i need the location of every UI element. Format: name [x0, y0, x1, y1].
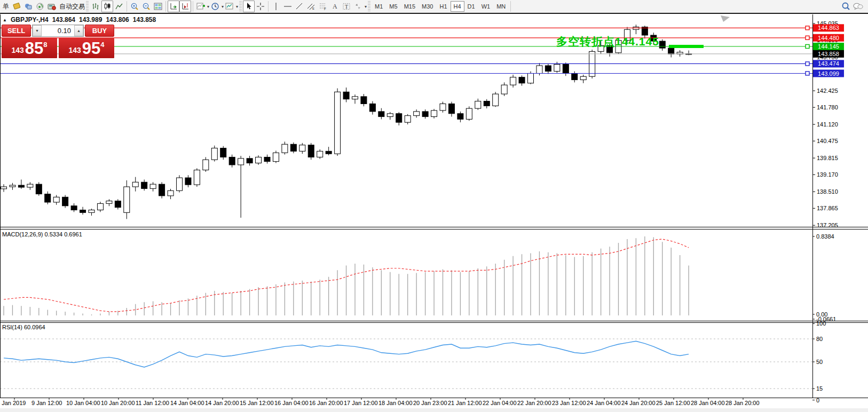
signal-icon[interactable] — [34, 1, 46, 12]
toolbar-group-objects: ▾ ▾ ▾ — [195, 0, 238, 13]
indicators-icon[interactable] — [195, 1, 207, 12]
timeframe-button-d1[interactable]: D1 — [464, 1, 478, 12]
timeframe-button-m30[interactable]: M30 — [419, 1, 436, 12]
volume-decrease-button[interactable]: ▼ — [33, 25, 42, 36]
ohlc-open: 143.864 — [52, 16, 75, 23]
svg-text:80: 80 — [816, 336, 823, 342]
svg-text:8 Jan 2019: 8 Jan 2019 — [0, 400, 26, 406]
expert-advisors-icon[interactable] — [46, 1, 58, 12]
templates-icon[interactable] — [224, 1, 235, 12]
expert-advisors-label[interactable]: 自动交易 — [59, 2, 85, 11]
svg-text:137.865: 137.865 — [817, 205, 838, 211]
toolbar-group-zoom — [129, 0, 164, 13]
periods-clock-icon[interactable] — [209, 1, 221, 12]
note-icon[interactable] — [11, 1, 22, 12]
new-order-button[interactable]: 单 — [1, 2, 11, 11]
toolbar-group-timeframes: M1M5M15M30H1H4D1W1MN — [372, 0, 509, 13]
sell-price-display[interactable]: 143 85 8 — [2, 38, 57, 58]
sell-price-big: 85 — [25, 40, 43, 57]
tile-windows-icon[interactable] — [152, 1, 164, 12]
mt4-terminal-window: MACD(12,26,9) 0.5334 0.6961RSI(14) 60.09… — [0, 0, 868, 412]
svg-text:24 Jan 04:00: 24 Jan 04:00 — [587, 400, 621, 406]
auto-scroll-icon[interactable] — [168, 1, 179, 12]
svg-text:15: 15 — [816, 385, 823, 392]
toolbar-separator — [510, 1, 511, 12]
rsi-label: RSI(14) 60.0964 — [2, 324, 45, 330]
sell-price-prefix: 143 — [11, 46, 23, 54]
buy-price-sup: 4 — [100, 41, 104, 49]
svg-text:143.858: 143.858 — [818, 51, 839, 57]
sell-button[interactable]: SELL — [2, 25, 31, 37]
timeframe-button-h1[interactable]: H1 — [436, 1, 450, 12]
timeframe-button-h4[interactable]: H4 — [451, 1, 464, 12]
timeframe-button-mn[interactable]: MN — [493, 1, 509, 12]
svg-text:E: E — [312, 7, 314, 10]
timeframe-button-m5[interactable]: M5 — [386, 1, 400, 12]
volume-increase-button[interactable]: ▲ — [74, 25, 83, 36]
chat-icon[interactable] — [852, 1, 864, 12]
toolbar-group-right — [840, 1, 864, 12]
toolbar-drag-handle[interactable] — [239, 1, 242, 12]
svg-text:143.099: 143.099 — [818, 70, 839, 77]
search-icon[interactable] — [840, 1, 852, 12]
svg-text:18 Jan 04:00: 18 Jan 04:00 — [378, 400, 413, 406]
zoom-in-icon[interactable] — [129, 1, 140, 12]
text-icon[interactable]: A — [329, 1, 341, 12]
one-click-collapse-icon[interactable]: ▲ — [3, 18, 7, 22]
arrows-dropdown-icon[interactable]: ▾ — [365, 4, 367, 9]
templates-dropdown-icon[interactable]: ▾ — [236, 4, 238, 9]
cursor-icon[interactable] — [243, 1, 255, 12]
svg-text:50: 50 — [816, 359, 823, 365]
fibonacci-icon[interactable]: F — [317, 1, 329, 12]
svg-text:142.425: 142.425 — [817, 88, 838, 94]
trendline-icon[interactable] — [294, 1, 305, 12]
svg-text:16 Jan 20:00: 16 Jan 20:00 — [309, 400, 343, 406]
toolbar-drag-handle[interactable] — [368, 1, 370, 12]
svg-text:10 Jan 20:00: 10 Jan 20:00 — [101, 400, 135, 406]
horizontal-line-icon[interactable] — [282, 1, 294, 12]
candlestick-chart-icon[interactable] — [101, 1, 113, 12]
timeframe-button-w1[interactable]: W1 — [478, 1, 494, 12]
ohlc-low: 143.806 — [106, 16, 129, 23]
svg-text:144.480: 144.480 — [818, 35, 839, 41]
annotation-text[interactable]: 多空转折点144.145 — [556, 34, 659, 49]
news-icon[interactable] — [22, 1, 34, 12]
volume-input[interactable] — [42, 25, 74, 36]
svg-text:28 Jan 20:00: 28 Jan 20:00 — [725, 400, 760, 406]
toolbar-separator — [268, 1, 269, 12]
line-chart-icon[interactable] — [113, 1, 125, 12]
svg-text:141.120: 141.120 — [817, 121, 838, 128]
timeframe-button-m1[interactable]: M1 — [372, 1, 386, 12]
text-label-icon[interactable]: T — [341, 1, 352, 12]
svg-text:22 Jan 04:00: 22 Jan 04:00 — [483, 400, 517, 406]
arrows-icon[interactable] — [352, 1, 364, 12]
toolbar-drag-handle[interactable] — [86, 1, 89, 12]
toolbar-group-scroll — [168, 0, 191, 13]
volume-stepper: ▼ ▲ — [32, 25, 84, 37]
svg-text:141.780: 141.780 — [817, 104, 838, 110]
buy-price-display[interactable]: 143 95 4 — [59, 38, 114, 58]
main-toolbar: 单 自动交易 — [0, 0, 868, 14]
svg-text:24 Jan 20:00: 24 Jan 20:00 — [621, 400, 656, 406]
time-axis[interactable]: 8 Jan 20199 Jan 12:0010 Jan 04:0010 Jan … — [0, 398, 868, 412]
svg-text:140.475: 140.475 — [817, 138, 838, 144]
timeframe-button-m15[interactable]: M15 — [401, 1, 419, 12]
equidistant-channel-icon[interactable]: E — [305, 1, 317, 12]
ohlc-high: 143.989 — [79, 16, 102, 23]
svg-text:22 Jan 20:00: 22 Jan 20:00 — [517, 400, 551, 406]
buy-button[interactable]: BUY — [85, 25, 114, 37]
svg-text:144.145: 144.145 — [818, 43, 839, 50]
chart-canvas: MACD(12,26,9) 0.5334 0.6961RSI(14) 60.09… — [0, 0, 868, 412]
chart-shift-icon[interactable] — [179, 1, 191, 12]
svg-text:9 Jan 12:00: 9 Jan 12:00 — [31, 400, 62, 406]
zoom-out-icon[interactable] — [140, 1, 152, 12]
svg-text:16 Jan 04:00: 16 Jan 04:00 — [274, 400, 309, 406]
svg-text:F: F — [324, 7, 326, 11]
vertical-line-icon[interactable] — [270, 1, 282, 12]
sell-price-sup: 8 — [43, 41, 47, 49]
crosshair-icon[interactable] — [255, 1, 266, 12]
svg-text:25 Jan 12:00: 25 Jan 12:00 — [656, 400, 690, 406]
svg-text:144.863: 144.863 — [818, 25, 839, 31]
window-bottom-edge — [0, 408, 868, 412]
bar-chart-icon[interactable] — [90, 1, 101, 12]
